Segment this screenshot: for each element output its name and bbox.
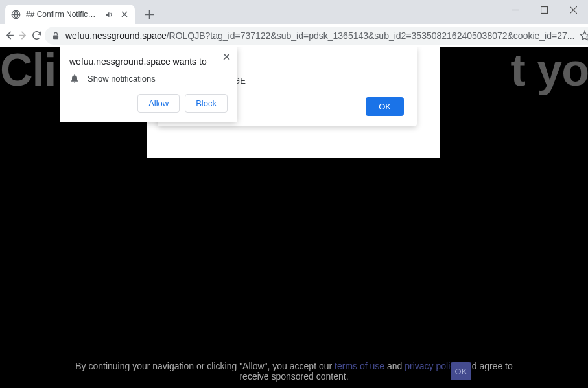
window-controls (500, 0, 588, 19)
globe-icon (10, 9, 21, 19)
back-button[interactable] (4, 27, 15, 45)
permission-origin-text: wefuu.nessground.space wants to (69, 56, 228, 67)
reload-button[interactable] (31, 27, 42, 45)
tab-title: ## Confirm Notifications ## (26, 10, 99, 19)
browser-toolbar: wefuu.nessground.space/ROLQJB?tag_id=737… (0, 24, 588, 47)
window-minimize-button[interactable] (500, 0, 530, 19)
window-maximize-button[interactable] (530, 0, 559, 19)
svg-rect-1 (541, 6, 548, 13)
consent-ok-button[interactable]: OK (451, 362, 471, 380)
page-content: Cli t you are More info By continuing yo… (0, 47, 588, 388)
alert-ok-button[interactable]: OK (366, 97, 404, 116)
lock-icon (51, 31, 60, 40)
permission-label: Show notifications (88, 74, 156, 84)
block-button[interactable]: Block (185, 94, 228, 113)
allow-button[interactable]: Allow (137, 94, 180, 113)
consent-text: By continuing your navigation or clickin… (0, 361, 588, 382)
window-close-button[interactable] (559, 0, 588, 19)
forward-button (18, 27, 29, 45)
bell-icon (69, 73, 80, 84)
browser-titlebar: ## Confirm Notifications ## (0, 0, 588, 24)
url-text: wefuu.nessground.space/ROLQJB?tag_id=737… (65, 30, 574, 41)
svg-rect-2 (53, 35, 58, 39)
notification-permission-prompt: wefuu.nessground.space wants to Show not… (60, 47, 237, 122)
new-tab-button[interactable] (140, 5, 158, 23)
bookmark-star-icon[interactable] (580, 30, 588, 41)
close-icon[interactable] (220, 50, 233, 63)
tab-close-icon[interactable] (119, 9, 130, 19)
address-bar[interactable]: wefuu.nessground.space/ROLQJB?tag_id=737… (45, 27, 588, 45)
terms-link[interactable]: terms of use (335, 361, 384, 371)
browser-tab[interactable]: ## Confirm Notifications ## (5, 5, 135, 24)
audio-icon[interactable] (104, 9, 114, 19)
